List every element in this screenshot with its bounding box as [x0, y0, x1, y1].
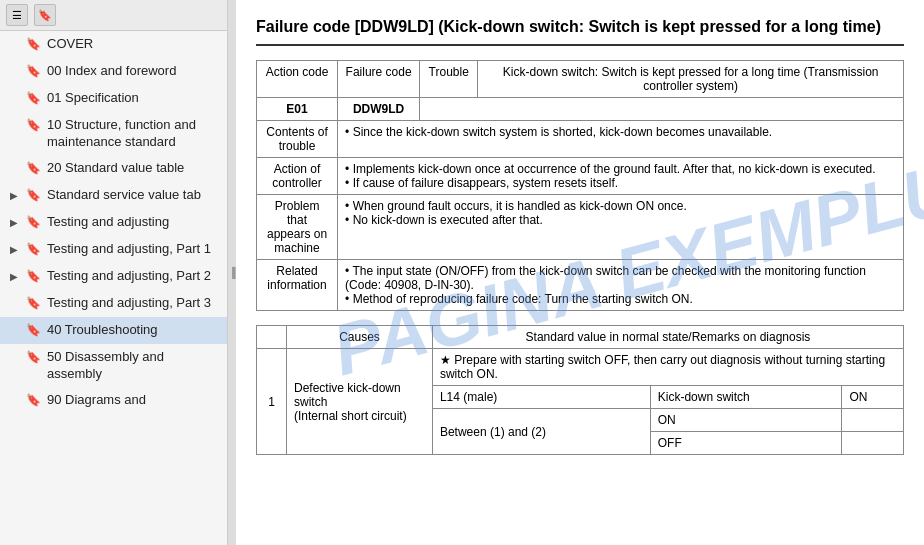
sidebar-item-label-testing-adj-2: Testing and adjusting, Part 2: [47, 268, 219, 285]
row-contents-value: • Since the kick-down switch system is s…: [338, 121, 904, 158]
sidebar-item-01-spec[interactable]: ▶🔖01 Specification: [0, 85, 227, 112]
row-action-label: Action ofcontroller: [257, 158, 338, 195]
causes-col-standard: Standard value in normal state/Remarks o…: [432, 326, 903, 349]
sidebar-item-standard-service[interactable]: ▶🔖Standard service value tab: [0, 182, 227, 209]
expand-arrow-standard-service: ▶: [10, 189, 20, 202]
cause-desc-1: Defective kick-down switch(Internal shor…: [287, 349, 433, 455]
sidebar-item-label-testing-adj-1: Testing and adjusting, Part 1: [47, 241, 219, 258]
expand-arrow-testing-adj-2: ▶: [10, 270, 20, 283]
sidebar-item-40-trouble[interactable]: ▶🔖40 Troubleshooting: [0, 317, 227, 344]
sidebar-item-20-standard[interactable]: ▶🔖20 Standard value table: [0, 155, 227, 182]
bookmark-icon-testing-adj-2: 🔖: [26, 269, 41, 285]
sidebar: ☰ 🔖 ▶🔖COVER▶🔖00 Index and foreword▶🔖01 S…: [0, 0, 228, 545]
col-action-code: Action code: [257, 61, 338, 98]
main-content: PAGINA EXEMPLU Failure code [DDW9LD] (Ki…: [236, 0, 924, 545]
cause-note-1: ★ Prepare with starting switch OFF, then…: [432, 349, 903, 386]
bookmark-icon-40-trouble: 🔖: [26, 323, 41, 339]
causes-table: Causes Standard value in normal state/Re…: [256, 325, 904, 455]
sidebar-item-label-01-spec: 01 Specification: [47, 90, 219, 107]
sidebar-items: ▶🔖COVER▶🔖00 Index and foreword▶🔖01 Speci…: [0, 31, 227, 545]
bookmark-toolbar-icon[interactable]: 🔖: [34, 4, 56, 26]
sidebar-item-cover[interactable]: ▶🔖COVER: [0, 31, 227, 58]
col-failure-code: Failure code: [338, 61, 420, 98]
sidebar-item-label-10-structure: 10 Structure, function and maintenance s…: [47, 117, 219, 151]
row-problem-value: • When ground fault occurs, it is handle…: [338, 195, 904, 260]
cause-on-label: ON: [842, 386, 904, 409]
cause-component-label: Kick-down switch: [650, 386, 842, 409]
expand-arrow-testing-adj: ▶: [10, 216, 20, 229]
cause-on-val: ON: [650, 409, 842, 432]
bookmark-icon-standard-service: 🔖: [26, 188, 41, 204]
bookmark-icon-00-index: 🔖: [26, 64, 41, 80]
bookmark-icon-cover: 🔖: [26, 37, 41, 53]
sidebar-item-label-testing-adj: Testing and adjusting: [47, 214, 219, 231]
col-trouble-desc: Kick-down switch: Switch is kept pressed…: [478, 61, 904, 98]
col-trouble: Trouble: [420, 61, 478, 98]
cause-on-result: [842, 409, 904, 432]
expand-arrow-testing-adj-1: ▶: [10, 243, 20, 256]
sidebar-item-testing-adj-2[interactable]: ▶🔖Testing and adjusting, Part 2: [0, 263, 227, 290]
sidebar-item-label-00-index: 00 Index and foreword: [47, 63, 219, 80]
sidebar-item-90-diagrams[interactable]: ▶🔖90 Diagrams and: [0, 387, 227, 414]
cause-off-result: [842, 432, 904, 455]
bookmark-icon-50-disassembly: 🔖: [26, 350, 41, 366]
sidebar-item-label-40-trouble: 40 Troubleshooting: [47, 322, 219, 339]
info-table: Action code Failure code Trouble Kick-do…: [256, 60, 904, 311]
sidebar-item-label-20-standard: 20 Standard value table: [47, 160, 219, 177]
page-title: Failure code [DDW9LD] (Kick-down switch:…: [256, 16, 904, 46]
bookmark-icon-01-spec: 🔖: [26, 91, 41, 107]
cause-connector-label: L14 (male): [432, 386, 650, 409]
row-related-label: Relatedinformation: [257, 260, 338, 311]
action-value: E01: [257, 98, 338, 121]
trouble-value-cell: [420, 98, 904, 121]
sidebar-item-label-90-diagrams: 90 Diagrams and: [47, 392, 219, 409]
menu-icon[interactable]: ☰: [6, 4, 28, 26]
sidebar-item-testing-adj-3[interactable]: ▶🔖Testing and adjusting, Part 3: [0, 290, 227, 317]
causes-col-num: [257, 326, 287, 349]
cause-pins-label: Between (1) and (2): [432, 409, 650, 455]
bookmark-icon-testing-adj: 🔖: [26, 215, 41, 231]
sidebar-item-label-cover: COVER: [47, 36, 219, 53]
resize-handle[interactable]: ▐: [228, 0, 236, 545]
sidebar-item-00-index[interactable]: ▶🔖00 Index and foreword: [0, 58, 227, 85]
causes-col-causes: Causes: [287, 326, 433, 349]
sidebar-item-testing-adj[interactable]: ▶🔖Testing and adjusting: [0, 209, 227, 236]
row-problem-label: Problem thatappears onmachine: [257, 195, 338, 260]
sidebar-item-label-testing-adj-3: Testing and adjusting, Part 3: [47, 295, 219, 312]
bookmark-icon-20-standard: 🔖: [26, 161, 41, 177]
row-action-value: • Implements kick-down once at occurrenc…: [338, 158, 904, 195]
sidebar-item-label-50-disassembly: 50 Disassembly and assembly: [47, 349, 219, 383]
row-related-value: • The input state (ON/OFF) from the kick…: [338, 260, 904, 311]
sidebar-item-testing-adj-1[interactable]: ▶🔖Testing and adjusting, Part 1: [0, 236, 227, 263]
row-contents-label: Contents oftrouble: [257, 121, 338, 158]
bookmark-icon-90-diagrams: 🔖: [26, 393, 41, 409]
cause-off-val: OFF: [650, 432, 842, 455]
sidebar-item-50-disassembly[interactable]: ▶🔖50 Disassembly and assembly: [0, 344, 227, 388]
sidebar-item-10-structure[interactable]: ▶🔖10 Structure, function and maintenance…: [0, 112, 227, 156]
cause-num-1: 1: [257, 349, 287, 455]
sidebar-toolbar: ☰ 🔖: [0, 0, 227, 31]
sidebar-item-label-standard-service: Standard service value tab: [47, 187, 219, 204]
bookmark-icon-testing-adj-1: 🔖: [26, 242, 41, 258]
bookmark-icon-10-structure: 🔖: [26, 118, 41, 134]
bookmark-icon-testing-adj-3: 🔖: [26, 296, 41, 312]
failure-value: DDW9LD: [338, 98, 420, 121]
